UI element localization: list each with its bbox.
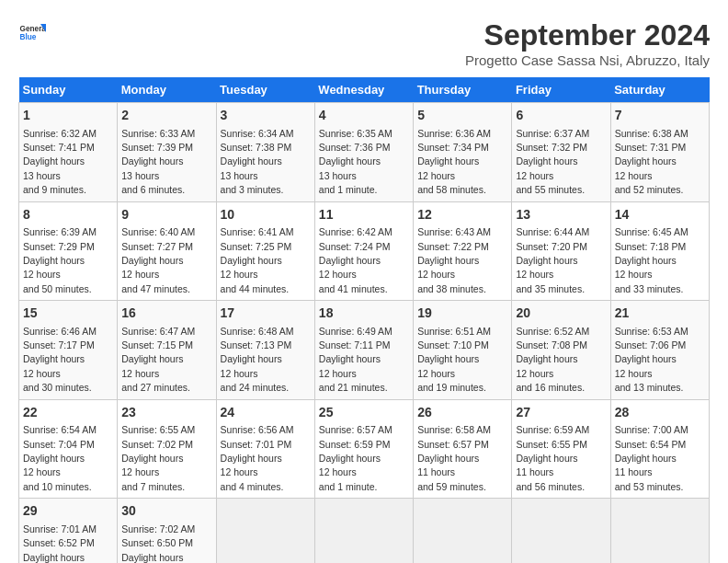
day-number: 7 <box>615 107 705 125</box>
calendar-cell: 11Sunrise: 6:42 AMSunset: 7:24 PMDayligh… <box>314 201 413 301</box>
calendar-cell: 28Sunrise: 7:00 AMSunset: 6:54 PMDayligh… <box>610 399 709 499</box>
calendar-cell: 17Sunrise: 6:48 AMSunset: 7:13 PMDayligh… <box>216 301 314 400</box>
page-header: General Blue September 2024 Progetto Cas… <box>18 18 710 68</box>
calendar-cell: 19Sunrise: 6:51 AMSunset: 7:10 PMDayligh… <box>414 301 512 400</box>
calendar-week-1: 1Sunrise: 6:32 AMSunset: 7:41 PMDaylight… <box>19 103 710 202</box>
day-number: 15 <box>23 304 113 323</box>
day-info: Sunrise: 7:02 AMSunset: 6:50 PMDaylight … <box>121 523 195 563</box>
day-info: Sunrise: 6:55 AMSunset: 7:02 PMDaylight … <box>121 424 195 492</box>
day-info: Sunrise: 6:34 AMSunset: 7:38 PMDaylight … <box>221 128 294 196</box>
calendar-cell: 18Sunrise: 6:49 AMSunset: 7:11 PMDayligh… <box>314 301 413 400</box>
day-info: Sunrise: 6:44 AMSunset: 7:20 PMDaylight … <box>516 226 589 294</box>
calendar-cell: 20Sunrise: 6:52 AMSunset: 7:08 PMDayligh… <box>512 301 610 400</box>
day-info: Sunrise: 6:43 AMSunset: 7:22 PMDaylight … <box>417 226 491 294</box>
page-title: September 2024 <box>465 18 710 52</box>
day-info: Sunrise: 6:39 AMSunset: 7:29 PMDaylight … <box>23 226 97 294</box>
day-number: 29 <box>23 502 113 521</box>
header-row: Sunday Monday Tuesday Wednesday Thursday… <box>19 77 710 103</box>
day-number: 11 <box>319 206 409 224</box>
day-number: 30 <box>121 502 211 521</box>
col-sunday: Sunday <box>19 77 118 103</box>
calendar-cell: 27Sunrise: 6:59 AMSunset: 6:55 PMDayligh… <box>512 399 610 499</box>
calendar-cell <box>610 499 709 563</box>
calendar-cell: 14Sunrise: 6:45 AMSunset: 7:18 PMDayligh… <box>610 201 709 301</box>
day-info: Sunrise: 7:01 AMSunset: 6:52 PMDaylight … <box>23 523 97 563</box>
day-info: Sunrise: 6:36 AMSunset: 7:34 PMDaylight … <box>417 128 491 196</box>
day-info: Sunrise: 6:37 AMSunset: 7:32 PMDaylight … <box>516 128 589 196</box>
day-number: 8 <box>23 206 113 224</box>
day-info: Sunrise: 6:59 AMSunset: 6:55 PMDaylight … <box>516 424 589 492</box>
col-friday: Friday <box>512 77 610 103</box>
calendar-cell: 2Sunrise: 6:33 AMSunset: 7:39 PMDaylight… <box>118 103 216 202</box>
calendar-cell: 26Sunrise: 6:58 AMSunset: 6:57 PMDayligh… <box>414 399 512 499</box>
calendar-cell: 8Sunrise: 6:39 AMSunset: 7:29 PMDaylight… <box>19 201 118 301</box>
calendar-cell: 10Sunrise: 6:41 AMSunset: 7:25 PMDayligh… <box>216 201 314 301</box>
calendar-cell <box>414 499 512 563</box>
day-info: Sunrise: 6:32 AMSunset: 7:41 PMDaylight … <box>23 128 97 196</box>
calendar-cell: 24Sunrise: 6:56 AMSunset: 7:01 PMDayligh… <box>216 399 314 499</box>
calendar-cell: 16Sunrise: 6:47 AMSunset: 7:15 PMDayligh… <box>118 301 216 400</box>
logo-icon: General Blue <box>18 18 46 46</box>
logo: General Blue <box>18 18 46 46</box>
day-number: 28 <box>615 404 705 422</box>
calendar-cell: 9Sunrise: 6:40 AMSunset: 7:27 PMDaylight… <box>118 201 216 301</box>
col-wednesday: Wednesday <box>314 77 413 103</box>
day-info: Sunrise: 6:35 AMSunset: 7:36 PMDaylight … <box>319 128 392 196</box>
calendar-week-4: 22Sunrise: 6:54 AMSunset: 7:04 PMDayligh… <box>19 399 710 499</box>
calendar-cell: 22Sunrise: 6:54 AMSunset: 7:04 PMDayligh… <box>19 399 118 499</box>
title-section: September 2024 Progetto Case Sassa Nsi, … <box>465 18 710 68</box>
day-info: Sunrise: 6:52 AMSunset: 7:08 PMDaylight … <box>516 326 589 394</box>
calendar-cell <box>512 499 610 563</box>
day-info: Sunrise: 6:47 AMSunset: 7:15 PMDaylight … <box>121 326 195 394</box>
day-number: 2 <box>121 107 211 125</box>
day-number: 13 <box>516 206 606 224</box>
calendar-week-2: 8Sunrise: 6:39 AMSunset: 7:29 PMDaylight… <box>19 201 710 301</box>
calendar-week-5: 29Sunrise: 7:01 AMSunset: 6:52 PMDayligh… <box>19 499 710 563</box>
calendar-cell: 5Sunrise: 6:36 AMSunset: 7:34 PMDaylight… <box>414 103 512 202</box>
day-number: 6 <box>516 107 606 125</box>
day-info: Sunrise: 6:41 AMSunset: 7:25 PMDaylight … <box>221 226 294 294</box>
col-thursday: Thursday <box>414 77 512 103</box>
day-number: 12 <box>417 206 507 224</box>
day-info: Sunrise: 6:51 AMSunset: 7:10 PMDaylight … <box>417 326 491 394</box>
calendar-body: 1Sunrise: 6:32 AMSunset: 7:41 PMDaylight… <box>19 103 710 564</box>
day-number: 3 <box>221 107 311 125</box>
day-info: Sunrise: 6:56 AMSunset: 7:01 PMDaylight … <box>221 424 294 492</box>
day-number: 24 <box>221 404 311 422</box>
day-number: 21 <box>615 304 705 323</box>
calendar-table: Sunday Monday Tuesday Wednesday Thursday… <box>18 77 710 563</box>
day-info: Sunrise: 6:40 AMSunset: 7:27 PMDaylight … <box>121 226 195 294</box>
calendar-cell: 4Sunrise: 6:35 AMSunset: 7:36 PMDaylight… <box>314 103 413 202</box>
calendar-cell: 25Sunrise: 6:57 AMSunset: 6:59 PMDayligh… <box>314 399 413 499</box>
calendar-cell: 29Sunrise: 7:01 AMSunset: 6:52 PMDayligh… <box>19 499 118 563</box>
day-info: Sunrise: 6:46 AMSunset: 7:17 PMDaylight … <box>23 326 97 394</box>
col-tuesday: Tuesday <box>216 77 314 103</box>
day-number: 19 <box>417 304 507 323</box>
day-number: 5 <box>417 107 507 125</box>
day-info: Sunrise: 6:42 AMSunset: 7:24 PMDaylight … <box>319 226 392 294</box>
day-number: 25 <box>319 404 409 422</box>
day-number: 16 <box>121 304 211 323</box>
calendar-cell: 30Sunrise: 7:02 AMSunset: 6:50 PMDayligh… <box>118 499 216 563</box>
day-number: 27 <box>516 404 606 422</box>
day-number: 18 <box>319 304 409 323</box>
day-info: Sunrise: 6:57 AMSunset: 6:59 PMDaylight … <box>319 424 392 492</box>
col-saturday: Saturday <box>610 77 709 103</box>
svg-text:Blue: Blue <box>20 33 37 41</box>
day-info: Sunrise: 6:33 AMSunset: 7:39 PMDaylight … <box>121 128 195 196</box>
day-number: 1 <box>23 107 113 125</box>
calendar-cell: 1Sunrise: 6:32 AMSunset: 7:41 PMDaylight… <box>19 103 118 202</box>
day-number: 20 <box>516 304 606 323</box>
day-info: Sunrise: 6:49 AMSunset: 7:11 PMDaylight … <box>319 326 392 394</box>
col-monday: Monday <box>118 77 216 103</box>
calendar-cell: 3Sunrise: 6:34 AMSunset: 7:38 PMDaylight… <box>216 103 314 202</box>
day-info: Sunrise: 6:38 AMSunset: 7:31 PMDaylight … <box>615 128 688 196</box>
calendar-cell: 12Sunrise: 6:43 AMSunset: 7:22 PMDayligh… <box>414 201 512 301</box>
day-number: 4 <box>319 107 409 125</box>
day-number: 9 <box>121 206 211 224</box>
day-info: Sunrise: 6:48 AMSunset: 7:13 PMDaylight … <box>221 326 294 394</box>
day-info: Sunrise: 6:53 AMSunset: 7:06 PMDaylight … <box>615 326 688 394</box>
calendar-cell: 13Sunrise: 6:44 AMSunset: 7:20 PMDayligh… <box>512 201 610 301</box>
calendar-cell: 23Sunrise: 6:55 AMSunset: 7:02 PMDayligh… <box>118 399 216 499</box>
calendar-cell: 21Sunrise: 6:53 AMSunset: 7:06 PMDayligh… <box>610 301 709 400</box>
